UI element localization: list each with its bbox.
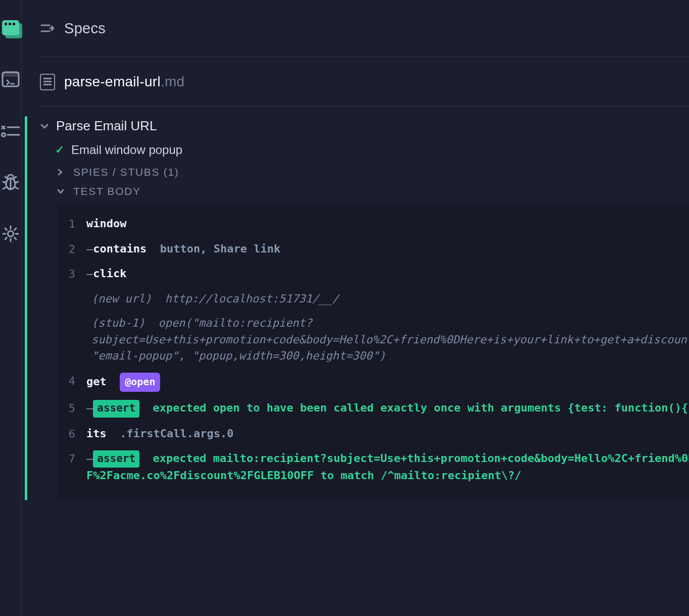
page-title: Specs <box>64 20 106 37</box>
debug-nav-icon[interactable] <box>0 172 21 193</box>
svg-point-3 <box>2 133 6 137</box>
assert-badge: assert <box>93 400 139 417</box>
spies-toggle[interactable]: SPIES / STUBS (1) <box>40 166 689 185</box>
svg-rect-1 <box>3 72 19 77</box>
testbody-toggle[interactable]: TEST BODY <box>40 185 689 204</box>
chevron-down-icon <box>57 188 65 194</box>
log-line[interactable]: 2 —contains button, Share link <box>62 237 689 262</box>
log-event[interactable]: (new url) http://localhost:51731/__/ <box>62 287 689 312</box>
log-line[interactable]: 4 get @open <box>62 369 689 396</box>
log-line[interactable]: 5 —assert expected open to have been cal… <box>62 396 689 421</box>
log-line[interactable]: 1 window <box>62 212 689 237</box>
log-event[interactable]: open (stub-1) open("mailto:recipient?sub… <box>62 311 689 369</box>
status-bar <box>25 116 27 500</box>
app-logo-icon[interactable] <box>0 17 21 38</box>
runs-nav-icon[interactable] <box>0 120 21 141</box>
expand-arrow-icon[interactable] <box>40 22 55 34</box>
svg-point-7 <box>8 231 14 237</box>
file-icon <box>40 74 55 90</box>
settings-nav-icon[interactable] <box>0 223 21 244</box>
alias-badge: @open <box>120 373 160 392</box>
chevron-right-icon <box>57 169 65 176</box>
chevron-down-icon <box>40 123 49 129</box>
log-line[interactable]: 3 —click <box>62 262 689 287</box>
suite-toggle[interactable]: Parse Email URL <box>40 116 689 143</box>
assert-badge: assert <box>93 450 139 468</box>
check-icon: ✓ <box>55 143 64 157</box>
log-line[interactable]: 7 —assert expected mailto:recipient?subj… <box>62 446 689 488</box>
test-row[interactable]: ✓ Email window popup <box>40 143 689 166</box>
command-log: 1 window 2 —contains button, Share link … <box>57 204 689 500</box>
log-line[interactable]: 6 its .firstCall.args.0 <box>62 422 689 447</box>
sidebar <box>0 0 22 616</box>
spec-filename: parse-email-url.md <box>64 74 184 90</box>
specs-nav-icon[interactable] <box>0 69 21 90</box>
